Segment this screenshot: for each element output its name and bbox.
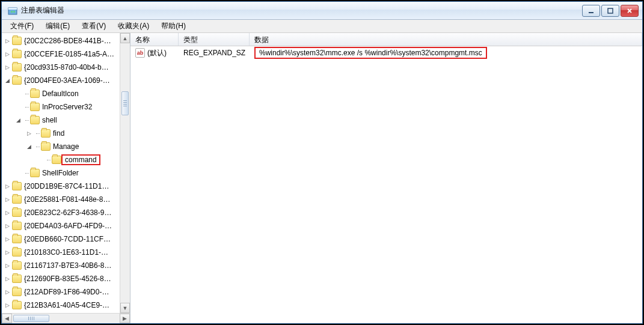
folder-icon xyxy=(41,142,51,151)
tree-item[interactable]: ▷{212690FB-83E5-4526-8… xyxy=(2,272,130,285)
tree-horizontal-scrollbar[interactable]: ◀ ▶ xyxy=(2,313,130,323)
value-data: %windir%\system32\mmc.exe /s %windir%\sy… xyxy=(250,47,642,59)
expand-icon[interactable]: ▷ xyxy=(3,37,11,45)
scroll-track[interactable] xyxy=(12,314,120,323)
menu-file[interactable]: 文件(F) xyxy=(4,20,40,32)
svg-rect-4 xyxy=(589,12,593,13)
collapse-icon[interactable]: ◢ xyxy=(3,76,11,85)
folder-icon xyxy=(52,156,61,164)
scroll-thumb[interactable] xyxy=(13,315,49,322)
tree-item-label: {20E823C2-62F3-4638-9… xyxy=(24,208,111,217)
expand-icon[interactable]: ▷ xyxy=(3,235,11,243)
window-title: 注册表编辑器 xyxy=(21,5,582,16)
menu-favorites[interactable]: 收藏夹(A) xyxy=(112,20,155,32)
folder-icon xyxy=(41,129,51,138)
tree-item[interactable]: ▷{212ADF89-1F86-49D0-… xyxy=(2,285,130,299)
folder-icon xyxy=(12,235,22,243)
svg-rect-1 xyxy=(8,8,17,10)
values-list-pane: 名称 类型 数据 ab(默认)REG_EXPAND_SZ%windir%\sys… xyxy=(130,33,642,323)
registry-editor-window: 注册表编辑器 文件(F) 编辑(E) 查看(V) 收藏夹(A) 帮助(H) ▷{… xyxy=(1,1,643,324)
tree-item[interactable]: ◢{20D04FE0-3AEA-1069-… xyxy=(2,74,130,87)
tree-item[interactable]: ▷command xyxy=(2,153,130,166)
tree-item-label: {212B3A61-40A5-4CE9-… xyxy=(24,301,109,309)
tree-item-label: find xyxy=(53,129,64,138)
tree-item[interactable]: ▷InProcServer32 xyxy=(2,100,130,114)
tree-connector xyxy=(34,140,40,153)
expand-icon[interactable]: ▷ xyxy=(3,208,11,217)
tree-item[interactable]: ▷{212B3A61-40A5-4CE9-… xyxy=(2,299,130,312)
tree-item-label: {20D04FE0-3AEA-1069-… xyxy=(24,76,110,85)
list-row[interactable]: ab(默认)REG_EXPAND_SZ%windir%\system32\mmc… xyxy=(130,46,642,59)
minimize-button[interactable] xyxy=(582,5,600,17)
folder-icon xyxy=(30,103,40,111)
registry-tree[interactable]: ▷{20C2C286-BDE8-441B-…▷{20CCEF1E-0185-41… xyxy=(2,33,130,313)
expand-icon[interactable]: ▷ xyxy=(3,50,11,58)
folder-icon xyxy=(30,90,40,98)
tree-item[interactable]: ▷{20DD1B9E-87C4-11D1… xyxy=(2,180,130,193)
scroll-up-arrow[interactable]: ▲ xyxy=(120,33,130,43)
folder-icon xyxy=(12,222,22,230)
expand-icon[interactable]: ▷ xyxy=(3,63,11,71)
tree-item[interactable]: ▷{210183C0-1E63-11D1-… xyxy=(2,246,130,259)
tree-connector xyxy=(23,100,29,114)
tree-item[interactable]: ◢Manage xyxy=(2,140,130,153)
tree-item[interactable]: ▷{20E823C2-62F3-4638-9… xyxy=(2,206,130,219)
expand-icon[interactable]: ▷ xyxy=(3,222,11,230)
tree-item-label: {20E25881-F081-448e-8… xyxy=(24,195,110,204)
column-type[interactable]: 类型 xyxy=(179,33,250,46)
menu-help[interactable]: 帮助(H) xyxy=(155,20,192,32)
tree-item-label: {210183C0-1E63-11D1-… xyxy=(24,248,108,257)
menu-edit[interactable]: 编辑(E) xyxy=(40,20,76,32)
folder-icon xyxy=(12,50,22,58)
folder-icon xyxy=(12,275,22,283)
tree-item[interactable]: ▷{20C2C286-BDE8-441B-… xyxy=(2,34,130,47)
content-splitter: ▷{20C2C286-BDE8-441B-…▷{20CCEF1E-0185-41… xyxy=(2,33,642,323)
folder-icon xyxy=(30,116,40,124)
scroll-left-arrow[interactable]: ◀ xyxy=(2,314,12,323)
tree-item[interactable]: ▷{20cd9315-87d0-40b4-b… xyxy=(2,61,130,74)
folder-icon xyxy=(12,248,22,257)
tree-item-label: {20EDB660-7CDD-11CF… xyxy=(24,235,111,243)
scroll-thumb[interactable] xyxy=(121,91,129,115)
tree-item[interactable]: ▷{20EDB660-7CDD-11CF… xyxy=(2,232,130,246)
tree-item-label: {20CCEF1E-0185-41a5-A… xyxy=(24,50,114,58)
list-body[interactable]: ab(默认)REG_EXPAND_SZ%windir%\system32\mmc… xyxy=(130,46,642,323)
expand-icon[interactable]: ▷ xyxy=(3,182,11,190)
expand-icon[interactable]: ▷ xyxy=(3,301,11,309)
tree-item[interactable]: ▷ShellFolder xyxy=(2,166,130,180)
expand-icon[interactable]: ▷ xyxy=(3,261,11,270)
regedit-icon xyxy=(8,6,17,16)
tree-item[interactable]: ▷find xyxy=(2,127,130,140)
scroll-track[interactable] xyxy=(120,43,130,303)
tree-item-label: {20DD1B9E-87C4-11D1… xyxy=(24,182,109,190)
collapse-icon[interactable]: ◢ xyxy=(14,116,22,124)
expand-icon[interactable]: ▷ xyxy=(3,275,11,283)
tree-vertical-scrollbar[interactable]: ▲ ▼ xyxy=(120,33,130,313)
list-header[interactable]: 名称 类型 数据 xyxy=(130,33,642,46)
tree-item[interactable]: ▷{21167137-B7E3-40B6-8… xyxy=(2,259,130,272)
folder-icon xyxy=(30,169,40,177)
expand-icon[interactable]: ▷ xyxy=(3,288,11,296)
expand-icon[interactable]: ▷ xyxy=(3,195,11,204)
tree-item[interactable]: ◢shell xyxy=(2,114,130,127)
column-name[interactable]: 名称 xyxy=(130,33,179,46)
tree-item-label: {20C2C286-BDE8-441B-… xyxy=(24,37,111,45)
scroll-down-arrow[interactable]: ▼ xyxy=(120,303,130,313)
tree-item-label: InProcServer32 xyxy=(42,103,92,111)
expand-icon[interactable]: ▷ xyxy=(3,248,11,257)
collapse-icon[interactable]: ◢ xyxy=(25,142,33,151)
tree-item[interactable]: ▷{20CCEF1E-0185-41a5-A… xyxy=(2,47,130,61)
close-button[interactable] xyxy=(621,5,639,17)
tree-item-label: shell xyxy=(42,116,57,124)
tree-item[interactable]: ▷DefaultIcon xyxy=(2,87,130,100)
string-value-icon: ab xyxy=(135,48,145,58)
tree-item[interactable]: ▷{20E25881-F081-448e-8… xyxy=(2,193,130,206)
tree-item[interactable]: ▷{20ED4A03-6AFD-4FD9-… xyxy=(2,219,130,232)
maximize-button[interactable] xyxy=(601,5,619,17)
scroll-right-arrow[interactable]: ▶ xyxy=(120,314,130,323)
value-name: (默认) xyxy=(147,48,167,58)
column-data[interactable]: 数据 xyxy=(250,33,642,46)
expand-icon[interactable]: ▷ xyxy=(25,129,33,138)
menu-view[interactable]: 查看(V) xyxy=(76,20,112,32)
titlebar[interactable]: 注册表编辑器 xyxy=(2,2,642,20)
